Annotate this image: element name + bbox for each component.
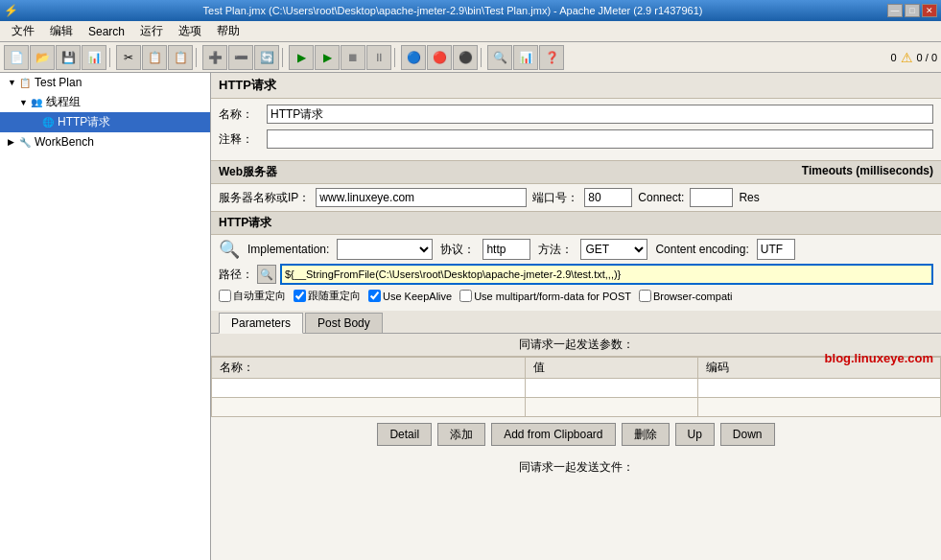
toolbar-paste[interactable]: 📋 (168, 45, 193, 70)
title-bar: ⚡ Test Plan.jmx (C:\Users\root\Desktop\a… (0, 0, 941, 21)
connect-input[interactable] (690, 188, 733, 207)
toolbar-search[interactable]: 🔍 (487, 45, 512, 70)
params-table-body (212, 379, 941, 417)
down-button[interactable]: Down (720, 423, 775, 446)
method-label: 方法： (538, 242, 573, 258)
tree-item-http-request[interactable]: 🌐 HTTP请求 (0, 112, 210, 132)
tree-item-thread-group[interactable]: ▼ 👥 线程组 (0, 92, 210, 112)
col-name: 名称： (212, 358, 526, 379)
server-input[interactable] (316, 188, 527, 207)
toolbar-save[interactable]: 💾 (56, 45, 81, 70)
connect-label: Connect: (638, 191, 684, 204)
path-icon-btn[interactable]: 🔍 (257, 265, 276, 284)
tab-content: 同请求一起发送参数： 名称： 值 编码 (211, 333, 941, 452)
checkbox-browser-label: Browser-compati (653, 291, 733, 302)
col-value: 值 (526, 358, 697, 379)
empty-row1 (212, 379, 941, 398)
http-request-label: HTTP请求 (219, 215, 271, 231)
checkbox-multipart[interactable] (459, 290, 472, 302)
expand-arrow-thread-group[interactable]: ▼ (19, 98, 29, 107)
toolbar-sep4 (394, 48, 398, 67)
toolbar-shutdown[interactable]: ⏸ (366, 45, 391, 70)
toolbar-help[interactable]: ❓ (539, 45, 564, 70)
ratio-value: 0 / 0 (917, 52, 937, 63)
tree-item-test-plan[interactable]: ▼ 📋 Test Plan (0, 73, 210, 92)
checkbox-follow[interactable] (294, 290, 306, 302)
up-button[interactable]: Up (675, 423, 715, 446)
path-label: 路径： (219, 267, 253, 283)
toolbar-new[interactable]: 📄 (4, 45, 29, 70)
toolbar-remote-exit[interactable]: ⚫ (453, 45, 478, 70)
path-input[interactable] (280, 264, 933, 285)
form-area: 名称： 注释： (211, 99, 941, 160)
menu-options[interactable]: 选项 (171, 21, 209, 41)
checkbox-follow-label: 跟随重定向 (308, 289, 361, 303)
toolbar-clear[interactable]: 🔄 (254, 45, 279, 70)
toolbar-add[interactable]: ➕ (202, 45, 227, 70)
section-header: HTTP请求 (211, 73, 941, 99)
section-title: HTTP请求 (219, 78, 276, 92)
add-button[interactable]: 添加 (437, 423, 485, 446)
comment-row: 注释： (219, 129, 933, 149)
tab-parameters[interactable]: Parameters (219, 313, 303, 334)
toolbar-remote-stop[interactable]: 🔴 (427, 45, 452, 70)
name-row: 名称： (219, 105, 933, 124)
encoding-input[interactable] (757, 239, 795, 260)
name-input[interactable] (267, 105, 933, 124)
checkbox-keepalive[interactable] (368, 290, 381, 302)
http-request-header: HTTP请求 (211, 211, 941, 235)
port-input[interactable] (584, 188, 632, 207)
title-bar-controls: — □ ✕ (887, 4, 937, 17)
toolbar-copy[interactable]: 📋 (142, 45, 167, 70)
toolbar-open[interactable]: 📂 (30, 45, 55, 70)
title-bar-text: Test Plan.jmx (C:\Users\root\Desktop\apa… (18, 5, 887, 16)
empty-cell6 (697, 398, 940, 417)
response-label: Res (739, 191, 759, 204)
port-label: 端口号： (532, 190, 578, 206)
tabs-bar: Parameters Post Body (211, 311, 941, 333)
expand-arrow-test-plan[interactable]: ▼ (8, 78, 17, 87)
add-clipboard-button[interactable]: Add from Clipboard (491, 423, 615, 446)
menu-search[interactable]: Search (81, 23, 132, 40)
server-row: 服务器名称或IP： 端口号： Connect: Res (211, 184, 941, 211)
content-panel: HTTP请求 名称： 注释： Web服务器 Timeouts (millisec… (211, 73, 941, 560)
protocol-label: 协议： (440, 242, 475, 258)
expand-arrow-workbench[interactable]: ▶ (8, 137, 17, 147)
checkbox-redirect[interactable] (219, 290, 231, 302)
tree-label-test-plan: Test Plan (35, 76, 82, 89)
comment-input[interactable] (267, 129, 933, 149)
web-server-label: Web服务器 (219, 164, 277, 180)
maximize-button[interactable]: □ (905, 4, 920, 17)
encoding-label: Content encoding: (655, 243, 748, 256)
close-button[interactable]: ✕ (922, 4, 937, 17)
toolbar-saveas[interactable]: 📊 (82, 45, 106, 70)
toolbar-template[interactable]: 📊 (513, 45, 538, 70)
delete-button[interactable]: 删除 (622, 423, 670, 446)
toolbar-remove[interactable]: ➖ (228, 45, 253, 70)
toolbar-sep2 (196, 48, 200, 67)
checkbox-browser[interactable] (639, 290, 651, 302)
detail-button[interactable]: Detail (377, 423, 432, 446)
protocol-input[interactable] (482, 239, 530, 260)
menu-help[interactable]: 帮助 (209, 21, 247, 41)
http-request-icon: 🌐 (40, 115, 56, 130)
col-encode: 编码 (697, 358, 940, 379)
toolbar-remote-start[interactable]: 🔵 (401, 45, 426, 70)
empty-cell4 (212, 398, 526, 417)
menu-edit[interactable]: 编辑 (42, 21, 81, 41)
toolbar-start[interactable]: ▶ (289, 45, 314, 70)
http-controls-row: 🔍 Implementation: 协议： 方法： GET POST PUT D… (219, 239, 933, 260)
toolbar-start-nopause[interactable]: ▶ (315, 45, 340, 70)
tab-post-body[interactable]: Post Body (305, 313, 383, 333)
method-select[interactable]: GET POST PUT DELETE (580, 239, 647, 260)
tree-item-workbench[interactable]: ▶ 🔧 WorkBench (0, 132, 210, 152)
minimize-button[interactable]: — (887, 4, 903, 17)
menu-run[interactable]: 运行 (132, 21, 171, 41)
empty-cell5 (526, 398, 697, 417)
impl-select[interactable] (337, 239, 433, 260)
menu-file[interactable]: 文件 (4, 21, 42, 41)
checkbox-follow-item: 跟随重定向 (294, 289, 361, 303)
toolbar-stop[interactable]: ⏹ (341, 45, 365, 70)
toolbar-cut[interactable]: ✂ (116, 45, 141, 70)
path-row: 路径： 🔍 (219, 264, 933, 285)
